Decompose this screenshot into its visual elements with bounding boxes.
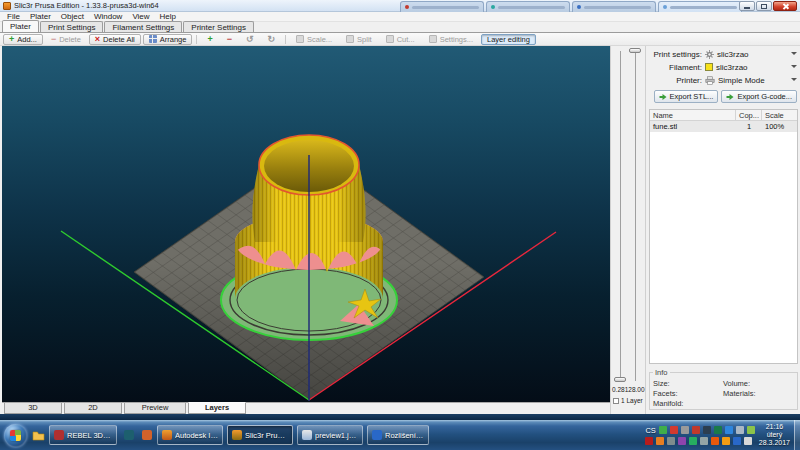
explorer-pinned-button[interactable]	[31, 425, 46, 445]
minimize-icon	[744, 7, 750, 9]
tray-icon[interactable]	[681, 426, 689, 434]
delete-button[interactable]: −Delete	[45, 34, 87, 45]
close-button[interactable]	[773, 1, 797, 11]
one-layer-label: 1 Layer	[621, 397, 643, 404]
tray-icon[interactable]	[667, 437, 675, 445]
menu-object[interactable]: Object	[56, 12, 89, 22]
menu-window[interactable]: Window	[89, 12, 127, 22]
tray-icon[interactable]	[711, 437, 719, 445]
tray-icons: CS	[645, 420, 754, 450]
view-tab-layers[interactable]: Layers	[188, 402, 246, 414]
taskbar-pinned-app-2[interactable]	[139, 425, 154, 445]
layer-slider-track-max[interactable]	[635, 51, 636, 381]
cut-button[interactable]: Cut...	[380, 34, 421, 45]
tray-icon[interactable]	[703, 426, 711, 434]
favicon-dot	[663, 5, 667, 9]
tray-icon[interactable]	[736, 426, 744, 434]
minimize-button[interactable]	[739, 1, 755, 11]
background-browser-tab[interactable]	[572, 1, 656, 12]
taskbar-button-slic3r[interactable]: Slic3r Prusa Edition - ...	[227, 425, 293, 445]
3d-viewport[interactable]	[2, 46, 610, 402]
layer-slider-handle-bottom[interactable]	[614, 377, 626, 382]
tray-icon[interactable]	[747, 426, 755, 434]
viewport-canvas[interactable]	[2, 46, 610, 402]
table-row[interactable]: fune.stl 1 100%	[650, 121, 797, 132]
paint-app-icon	[302, 430, 312, 440]
layer-editing-button[interactable]: Layer editing	[481, 34, 536, 45]
filament-select[interactable]: slic3rzao	[705, 61, 800, 73]
more-copies-icon: +	[207, 35, 212, 44]
chevron-down-icon	[791, 52, 797, 58]
taskbar-button-rebel3d[interactable]: REBEL 3D - Odeslat o...	[49, 425, 117, 445]
language-indicator[interactable]: CS	[645, 426, 655, 435]
tray-icon[interactable]	[659, 426, 667, 434]
tray-icon[interactable]	[700, 437, 708, 445]
menu-help[interactable]: Help	[155, 12, 181, 22]
rotate-cw-button[interactable]: ↻	[262, 34, 282, 45]
taskbar-button-inventor[interactable]: Autodesk Inventor Pr...	[157, 425, 223, 445]
view-tab-3d[interactable]: 3D	[4, 403, 62, 414]
taskbar: REBEL 3D - Odeslat o... Autodesk Invento…	[0, 420, 800, 450]
background-browser-tab[interactable]	[658, 1, 742, 12]
taskbar-clock[interactable]: 21:16 úterý 28.3.2017	[759, 420, 790, 450]
view-tab-2d[interactable]: 2D	[64, 403, 122, 414]
scale-button[interactable]: Scale...	[290, 34, 338, 45]
view-tab-preview[interactable]: Preview	[124, 403, 186, 414]
one-layer-checkbox[interactable]	[613, 398, 619, 404]
tray-icon[interactable]	[733, 437, 741, 445]
layer-slider-track-min[interactable]	[620, 51, 621, 381]
background-browser-tab[interactable]	[486, 1, 570, 12]
arrange-button[interactable]: Arrange	[143, 34, 193, 45]
tab-plater[interactable]: Plater	[2, 20, 39, 32]
chevron-down-icon	[791, 65, 797, 71]
layer-max-value: 128.00	[625, 386, 645, 393]
start-button[interactable]	[4, 424, 27, 447]
rotate-ccw-button[interactable]: ↺	[240, 34, 260, 45]
favicon-dot	[405, 5, 409, 9]
app-icon-teal	[124, 430, 134, 440]
tab-printer-settings[interactable]: Printer Settings	[183, 21, 254, 32]
show-desktop-button[interactable]	[794, 420, 800, 450]
tray-icon[interactable]	[714, 426, 722, 434]
column-name[interactable]: Name	[650, 110, 736, 120]
display-settings-icon	[372, 430, 382, 440]
export-stl-button[interactable]: Export STL...	[654, 90, 719, 103]
more-copies-button[interactable]: +	[201, 34, 218, 45]
layer-slider-handle-top[interactable]	[629, 48, 641, 53]
printer-select[interactable]: Simple Mode	[705, 74, 800, 86]
tray-icon[interactable]	[645, 437, 653, 445]
clock-day: úterý	[767, 431, 783, 439]
taskbar-pinned-app-1[interactable]	[121, 425, 136, 445]
tab-print-settings[interactable]: Print Settings	[40, 21, 104, 32]
tray-icon[interactable]	[670, 426, 678, 434]
print-settings-select[interactable]: slic3rzao	[705, 48, 800, 60]
split-button[interactable]: Split	[340, 34, 378, 45]
tray-icon[interactable]	[689, 437, 697, 445]
delete-all-button[interactable]: ×Delete All	[89, 34, 141, 45]
add-button[interactable]: +Add...	[3, 34, 43, 45]
cut-icon	[386, 35, 394, 43]
layer-min-value: 0.28	[612, 386, 625, 393]
rotate-ccw-icon: ↺	[246, 35, 254, 44]
info-materials-label: Materials:	[723, 389, 794, 398]
tray-icon[interactable]	[744, 437, 752, 445]
column-scale[interactable]: Scale	[762, 110, 797, 120]
tray-icon[interactable]	[678, 437, 686, 445]
taskbar-button-paint[interactable]: preview1.jpg - Malov...	[297, 425, 363, 445]
column-copies[interactable]: Cop...	[736, 110, 762, 120]
export-gcode-button[interactable]: Export G-code...	[721, 90, 797, 103]
table-header: Name Cop... Scale	[650, 110, 797, 121]
settings-button[interactable]: Settings...	[423, 34, 479, 45]
background-browser-tab[interactable]	[400, 1, 484, 12]
tray-icon[interactable]	[722, 437, 730, 445]
tray-icon[interactable]	[656, 437, 664, 445]
tray-icon[interactable]	[725, 426, 733, 434]
fewer-copies-button[interactable]: −	[221, 34, 238, 45]
maximize-button[interactable]	[756, 1, 772, 11]
titlebar[interactable]: Slic3r Prusa Edition - 1.33.8-prusa3d-wi…	[0, 0, 800, 12]
taskbar-button-display-settings[interactable]: Rozlišení zobrazení	[367, 425, 429, 445]
menu-view[interactable]: View	[127, 12, 154, 22]
tray-icon[interactable]	[692, 426, 700, 434]
app-icon-orange	[142, 430, 152, 440]
tab-filament-settings[interactable]: Filament Settings	[104, 21, 182, 32]
